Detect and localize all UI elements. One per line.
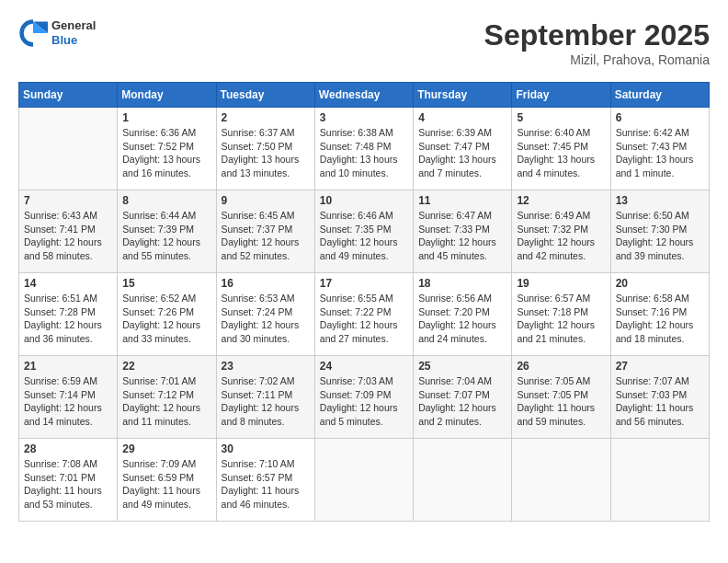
calendar-cell: 28Sunrise: 7:08 AMSunset: 7:01 PMDayligh… <box>19 439 118 522</box>
calendar-cell: 22Sunrise: 7:01 AMSunset: 7:12 PMDayligh… <box>118 356 216 439</box>
day-info: Sunrise: 6:56 AMSunset: 7:20 PMDaylight:… <box>418 292 506 346</box>
day-number: 11 <box>418 194 506 207</box>
calendar-cell: 29Sunrise: 7:09 AMSunset: 6:59 PMDayligh… <box>118 439 216 522</box>
calendar-cell: 11Sunrise: 6:47 AMSunset: 7:33 PMDayligh… <box>414 190 512 273</box>
day-number: 4 <box>418 111 506 124</box>
day-info: Sunrise: 7:07 AMSunset: 7:03 PMDaylight:… <box>616 374 704 429</box>
calendar-cell: 15Sunrise: 6:52 AMSunset: 7:26 PMDayligh… <box>118 273 216 356</box>
day-number: 14 <box>24 277 112 290</box>
day-info: Sunrise: 6:36 AMSunset: 7:52 PMDaylight:… <box>122 126 210 180</box>
day-info: Sunrise: 6:44 AMSunset: 7:39 PMDaylight:… <box>122 209 210 263</box>
day-number: 8 <box>122 194 210 207</box>
calendar-week-row: 14Sunrise: 6:51 AMSunset: 7:28 PMDayligh… <box>19 273 710 356</box>
calendar-cell: 5Sunrise: 6:40 AMSunset: 7:45 PMDaylight… <box>512 108 610 190</box>
day-of-week-sunday: Sunday <box>19 83 118 108</box>
day-info: Sunrise: 7:01 AMSunset: 7:12 PMDaylight:… <box>122 374 210 429</box>
day-info: Sunrise: 6:52 AMSunset: 7:26 PMDaylight:… <box>122 292 210 346</box>
day-number: 30 <box>222 442 310 455</box>
day-number: 1 <box>122 111 210 124</box>
calendar-header-row: SundayMondayTuesdayWednesdayThursdayFrid… <box>19 83 710 108</box>
day-info: Sunrise: 7:09 AMSunset: 6:59 PMDaylight:… <box>122 457 210 511</box>
day-number: 3 <box>320 111 408 124</box>
day-of-week-monday: Monday <box>118 83 216 108</box>
day-number: 6 <box>616 111 704 124</box>
day-info: Sunrise: 7:08 AMSunset: 7:01 PMDaylight:… <box>24 457 112 511</box>
calendar-cell <box>19 108 118 190</box>
calendar-cell: 21Sunrise: 6:59 AMSunset: 7:14 PMDayligh… <box>19 356 118 439</box>
day-number: 17 <box>320 277 408 290</box>
day-number: 28 <box>24 442 112 455</box>
calendar-cell: 20Sunrise: 6:58 AMSunset: 7:16 PMDayligh… <box>610 273 709 356</box>
day-number: 15 <box>122 277 210 290</box>
day-of-week-tuesday: Tuesday <box>216 83 314 108</box>
calendar-cell: 19Sunrise: 6:57 AMSunset: 7:18 PMDayligh… <box>512 273 610 356</box>
day-number: 19 <box>517 277 605 290</box>
month-title: September 2025 <box>484 18 710 52</box>
calendar-cell: 18Sunrise: 6:56 AMSunset: 7:20 PMDayligh… <box>414 273 512 356</box>
day-number: 7 <box>24 194 112 207</box>
day-number: 29 <box>122 442 210 455</box>
day-number: 20 <box>616 277 704 290</box>
calendar-cell <box>512 439 610 522</box>
day-number: 12 <box>517 194 605 207</box>
day-number: 18 <box>418 277 506 290</box>
calendar-week-row: 28Sunrise: 7:08 AMSunset: 7:01 PMDayligh… <box>19 439 710 522</box>
day-info: Sunrise: 6:55 AMSunset: 7:22 PMDaylight:… <box>320 292 408 346</box>
calendar-cell: 26Sunrise: 7:05 AMSunset: 7:05 PMDayligh… <box>512 356 610 439</box>
logo-blue: Blue <box>51 33 96 48</box>
day-info: Sunrise: 6:53 AMSunset: 7:24 PMDaylight:… <box>222 292 310 346</box>
day-info: Sunrise: 6:50 AMSunset: 7:30 PMDaylight:… <box>616 209 704 263</box>
day-info: Sunrise: 6:45 AMSunset: 7:37 PMDaylight:… <box>222 209 310 263</box>
title-area: September 2025 Mizil, Prahova, Romania <box>484 18 710 67</box>
calendar-table: SundayMondayTuesdayWednesdayThursdayFrid… <box>18 82 710 522</box>
calendar-cell <box>414 439 512 522</box>
day-info: Sunrise: 6:37 AMSunset: 7:50 PMDaylight:… <box>222 126 310 180</box>
day-info: Sunrise: 6:46 AMSunset: 7:35 PMDaylight:… <box>320 209 408 263</box>
day-info: Sunrise: 6:51 AMSunset: 7:28 PMDaylight:… <box>24 292 112 346</box>
day-info: Sunrise: 6:57 AMSunset: 7:18 PMDaylight:… <box>517 292 605 346</box>
calendar-week-row: 1Sunrise: 6:36 AMSunset: 7:52 PMDaylight… <box>19 108 710 190</box>
calendar-cell: 1Sunrise: 6:36 AMSunset: 7:52 PMDaylight… <box>118 108 216 190</box>
logo: General Blue <box>18 18 96 48</box>
day-number: 23 <box>222 360 310 373</box>
calendar-cell: 8Sunrise: 6:44 AMSunset: 7:39 PMDaylight… <box>118 190 216 273</box>
day-info: Sunrise: 7:04 AMSunset: 7:07 PMDaylight:… <box>418 374 506 429</box>
calendar-week-row: 21Sunrise: 6:59 AMSunset: 7:14 PMDayligh… <box>19 356 710 439</box>
day-info: Sunrise: 6:58 AMSunset: 7:16 PMDaylight:… <box>616 292 704 346</box>
calendar-cell: 23Sunrise: 7:02 AMSunset: 7:11 PMDayligh… <box>216 356 314 439</box>
day-info: Sunrise: 6:38 AMSunset: 7:48 PMDaylight:… <box>320 126 408 180</box>
calendar-cell: 13Sunrise: 6:50 AMSunset: 7:30 PMDayligh… <box>610 190 709 273</box>
day-of-week-wednesday: Wednesday <box>314 83 413 108</box>
page-header: General Blue September 2025 Mizil, Praho… <box>18 18 710 67</box>
calendar-cell <box>610 439 709 522</box>
day-number: 27 <box>616 360 704 373</box>
calendar-cell: 12Sunrise: 6:49 AMSunset: 7:32 PMDayligh… <box>512 190 610 273</box>
calendar-cell: 14Sunrise: 6:51 AMSunset: 7:28 PMDayligh… <box>19 273 118 356</box>
day-info: Sunrise: 7:03 AMSunset: 7:09 PMDaylight:… <box>320 374 408 429</box>
calendar-cell: 7Sunrise: 6:43 AMSunset: 7:41 PMDaylight… <box>19 190 118 273</box>
day-number: 13 <box>616 194 704 207</box>
day-info: Sunrise: 7:05 AMSunset: 7:05 PMDaylight:… <box>517 374 605 429</box>
calendar-cell: 24Sunrise: 7:03 AMSunset: 7:09 PMDayligh… <box>314 356 413 439</box>
logo-text: General Blue <box>51 18 96 47</box>
calendar-cell: 3Sunrise: 6:38 AMSunset: 7:48 PMDaylight… <box>314 108 413 190</box>
day-number: 2 <box>222 111 310 124</box>
day-info: Sunrise: 7:02 AMSunset: 7:11 PMDaylight:… <box>222 374 310 429</box>
calendar-cell: 6Sunrise: 6:42 AMSunset: 7:43 PMDaylight… <box>610 108 709 190</box>
logo-general: General <box>51 18 96 33</box>
day-info: Sunrise: 6:59 AMSunset: 7:14 PMDaylight:… <box>24 374 112 429</box>
day-number: 5 <box>517 111 605 124</box>
location-subtitle: Mizil, Prahova, Romania <box>484 52 710 67</box>
calendar-cell: 10Sunrise: 6:46 AMSunset: 7:35 PMDayligh… <box>314 190 413 273</box>
day-info: Sunrise: 6:39 AMSunset: 7:47 PMDaylight:… <box>418 126 506 180</box>
calendar-cell: 17Sunrise: 6:55 AMSunset: 7:22 PMDayligh… <box>314 273 413 356</box>
calendar-cell: 30Sunrise: 7:10 AMSunset: 6:57 PMDayligh… <box>216 439 314 522</box>
day-of-week-friday: Friday <box>512 83 610 108</box>
day-info: Sunrise: 6:49 AMSunset: 7:32 PMDaylight:… <box>517 209 605 263</box>
day-info: Sunrise: 6:43 AMSunset: 7:41 PMDaylight:… <box>24 209 112 263</box>
day-info: Sunrise: 6:47 AMSunset: 7:33 PMDaylight:… <box>418 209 506 263</box>
day-number: 22 <box>122 360 210 373</box>
day-number: 26 <box>517 360 605 373</box>
calendar-cell: 4Sunrise: 6:39 AMSunset: 7:47 PMDaylight… <box>414 108 512 190</box>
logo-icon <box>18 18 48 48</box>
